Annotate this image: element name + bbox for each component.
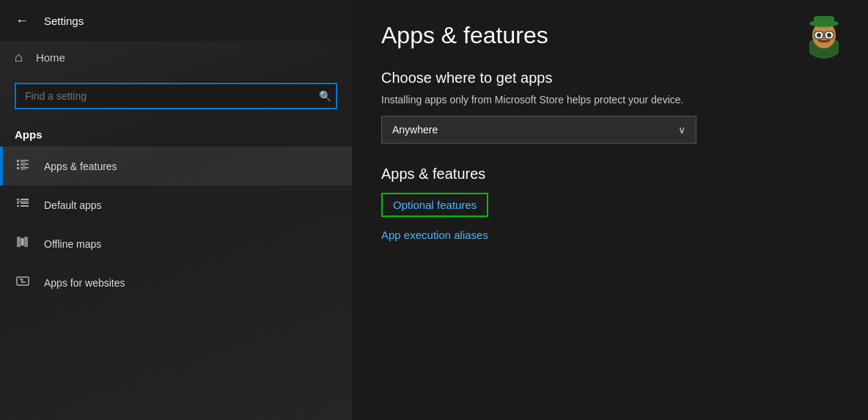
dropdown-value: Anywhere xyxy=(392,124,438,136)
svg-rect-13 xyxy=(21,202,29,204)
svg-rect-11 xyxy=(17,202,19,204)
svg-rect-2 xyxy=(21,162,26,163)
source-dropdown[interactable]: Anywhere ∨ xyxy=(381,116,696,144)
search-container: 🔍 xyxy=(0,74,352,118)
svg-rect-8 xyxy=(21,169,26,170)
main-content: Apps & features Choose where to get apps… xyxy=(352,0,868,420)
home-nav-item[interactable]: ⌂ Home xyxy=(0,41,352,74)
svg-rect-7 xyxy=(21,167,29,169)
apps-features-heading: Apps & features xyxy=(381,166,839,183)
apps-section-label: Apps xyxy=(0,118,352,147)
sidebar-header: ← Settings xyxy=(0,0,352,41)
search-input[interactable] xyxy=(15,83,337,109)
back-button[interactable]: ← xyxy=(12,10,32,31)
sidebar-item-offline-maps[interactable]: Offline maps xyxy=(0,224,352,263)
sidebar-item-apps-websites[interactable]: Apps for websites xyxy=(0,263,352,302)
svg-point-31 xyxy=(817,33,821,37)
svg-rect-28 xyxy=(814,16,834,25)
svg-rect-0 xyxy=(17,160,19,162)
svg-point-32 xyxy=(827,33,831,37)
svg-rect-17 xyxy=(21,238,24,246)
apps-features-icon xyxy=(15,157,31,175)
optional-features-link[interactable]: Optional features xyxy=(381,193,488,217)
default-apps-label: Default apps xyxy=(44,199,102,211)
offline-maps-icon xyxy=(15,235,31,253)
search-icon[interactable]: 🔍 xyxy=(319,90,331,102)
svg-rect-21 xyxy=(17,277,29,285)
chevron-down-icon: ∨ xyxy=(678,124,685,136)
svg-rect-3 xyxy=(17,163,19,166)
svg-rect-4 xyxy=(21,163,29,165)
svg-rect-15 xyxy=(21,205,29,207)
sidebar-item-apps-features[interactable]: Apps & features xyxy=(0,147,352,185)
sidebar-title: Settings xyxy=(44,15,84,27)
apps-websites-icon xyxy=(15,273,31,292)
apps-features-label: Apps & features xyxy=(44,161,117,172)
home-label: Home xyxy=(36,51,65,64)
avatar xyxy=(802,15,846,59)
choose-heading: Choose where to get apps xyxy=(381,70,839,86)
nav-items: Apps & features Default apps xyxy=(0,147,352,302)
apps-websites-label: Apps for websites xyxy=(44,277,125,289)
app-execution-aliases-link[interactable]: App execution aliases xyxy=(381,229,839,241)
page-title: Apps & features xyxy=(381,22,839,49)
offline-maps-label: Offline maps xyxy=(44,238,101,250)
svg-rect-16 xyxy=(17,237,21,247)
svg-rect-14 xyxy=(17,205,19,207)
svg-rect-12 xyxy=(21,199,29,200)
svg-rect-10 xyxy=(17,201,29,202)
search-wrapper: 🔍 xyxy=(15,83,337,109)
svg-rect-5 xyxy=(21,166,26,166)
svg-rect-6 xyxy=(17,167,19,169)
sidebar: ← Settings ⌂ Home 🔍 Apps xyxy=(0,0,352,420)
default-apps-icon xyxy=(15,196,31,214)
svg-rect-18 xyxy=(24,237,28,247)
svg-rect-9 xyxy=(17,199,19,200)
choose-desc: Installing apps only from Microsoft Stor… xyxy=(381,94,839,106)
home-icon: ⌂ xyxy=(15,50,23,65)
sidebar-item-default-apps[interactable]: Default apps xyxy=(0,185,352,224)
svg-rect-1 xyxy=(21,160,29,161)
